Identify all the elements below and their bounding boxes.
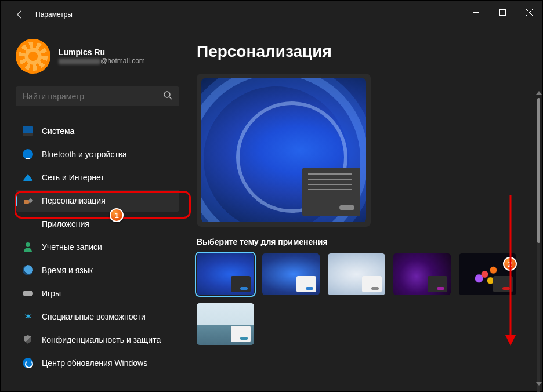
window-title: Параметры bbox=[35, 10, 73, 19]
theme-tile-5[interactable] bbox=[459, 253, 516, 295]
nav-list: Система Bluetooth и устройства Сеть и Ин… bbox=[16, 120, 180, 374]
nav-label: Персонализация bbox=[42, 196, 106, 205]
nav-label: Игры bbox=[42, 289, 61, 298]
accessibility-icon: ✶ bbox=[23, 311, 33, 322]
gamepad-icon bbox=[23, 288, 33, 299]
user-icon bbox=[23, 242, 33, 252]
nav-item-accessibility[interactable]: ✶ Специальные возможности bbox=[16, 306, 179, 328]
brush-icon bbox=[23, 195, 33, 206]
nav-item-gaming[interactable]: Игры bbox=[16, 282, 179, 304]
nav-item-accounts[interactable]: Учетные записи bbox=[16, 236, 179, 258]
nav-item-system[interactable]: Система bbox=[16, 120, 179, 142]
page-heading: Персонализация bbox=[197, 42, 540, 61]
avatar bbox=[16, 39, 50, 74]
nav-label: Конфиденциальность и защита bbox=[42, 335, 161, 344]
search-icon bbox=[164, 91, 172, 101]
bluetooth-icon bbox=[23, 149, 33, 159]
user-email: @hotmail.com bbox=[59, 57, 145, 65]
content: Lumpics Ru @hotmail.com Система bbox=[1, 28, 542, 391]
monitor-icon bbox=[23, 126, 33, 136]
theme-mini-preview bbox=[362, 276, 382, 292]
user-block[interactable]: Lumpics Ru @hotmail.com bbox=[16, 39, 180, 74]
theme-mini-preview bbox=[296, 276, 316, 292]
shield-icon bbox=[23, 335, 33, 345]
globe-clock-icon bbox=[23, 265, 33, 275]
maximize-button[interactable] bbox=[489, 1, 516, 24]
nav-label: Учетные записи bbox=[42, 242, 102, 252]
apps-icon bbox=[23, 219, 33, 229]
window-controls bbox=[462, 1, 542, 24]
user-name: Lumpics Ru bbox=[59, 48, 145, 57]
svg-line-3 bbox=[169, 97, 172, 99]
theme-section-label: Выберите тему для применения bbox=[197, 237, 540, 246]
theme-tile-1[interactable] bbox=[197, 253, 254, 295]
nav-label: Время и язык bbox=[42, 266, 93, 275]
main-area: Персонализация Выберите тему для примене… bbox=[186, 28, 542, 391]
nav-label: Bluetooth и устройства bbox=[42, 150, 127, 159]
theme-grid bbox=[197, 253, 540, 345]
nav-item-privacy[interactable]: Конфиденциальность и защита bbox=[16, 329, 179, 351]
minimize-button[interactable] bbox=[462, 1, 489, 24]
update-icon bbox=[23, 358, 33, 368]
nav-item-personalization[interactable]: Персонализация bbox=[16, 190, 179, 212]
desktop-preview bbox=[197, 74, 371, 227]
nav-label: Центр обновления Windows bbox=[42, 358, 147, 368]
nav-item-time-language[interactable]: Время и язык bbox=[16, 259, 179, 281]
nav-label: Система bbox=[42, 126, 74, 136]
theme-tile-3[interactable] bbox=[328, 253, 385, 295]
close-button[interactable] bbox=[516, 1, 542, 24]
theme-tile-2[interactable] bbox=[262, 253, 320, 295]
user-email-obscured bbox=[59, 59, 100, 64]
scroll-up-arrow[interactable] bbox=[536, 91, 542, 95]
theme-mini-preview bbox=[493, 276, 513, 292]
svg-point-2 bbox=[164, 92, 170, 97]
sidebar: Lumpics Ru @hotmail.com Система bbox=[1, 28, 186, 391]
scroll-down-arrow[interactable] bbox=[536, 382, 542, 386]
nav-label: Приложения bbox=[42, 219, 89, 228]
scrollbar[interactable] bbox=[537, 98, 540, 392]
theme-mini-preview bbox=[428, 276, 447, 292]
nav-item-bluetooth[interactable]: Bluetooth и устройства bbox=[16, 143, 179, 165]
window-preview-overlay bbox=[302, 168, 360, 216]
settings-window: Параметры Lumpics Ru @hotmail.com bbox=[0, 0, 543, 392]
search-input[interactable] bbox=[23, 92, 164, 101]
scrollbar-thumb[interactable] bbox=[537, 98, 540, 243]
theme-tile-4[interactable] bbox=[393, 253, 451, 295]
theme-tile-6[interactable] bbox=[197, 303, 254, 345]
nav-item-network[interactable]: Сеть и Интернет bbox=[16, 166, 179, 188]
nav-label: Специальные возможности bbox=[42, 312, 146, 321]
theme-mini-preview bbox=[231, 276, 251, 292]
titlebar: Параметры bbox=[1, 1, 542, 28]
svg-rect-1 bbox=[499, 9, 505, 15]
nav-item-update[interactable]: Центр обновления Windows bbox=[16, 352, 179, 374]
wifi-icon bbox=[23, 172, 33, 183]
theme-mini-preview bbox=[231, 326, 251, 342]
back-button[interactable] bbox=[11, 6, 28, 23]
nav-label: Сеть и Интернет bbox=[42, 173, 104, 182]
search-box[interactable] bbox=[16, 86, 179, 106]
nav-item-apps[interactable]: Приложения bbox=[16, 213, 179, 235]
